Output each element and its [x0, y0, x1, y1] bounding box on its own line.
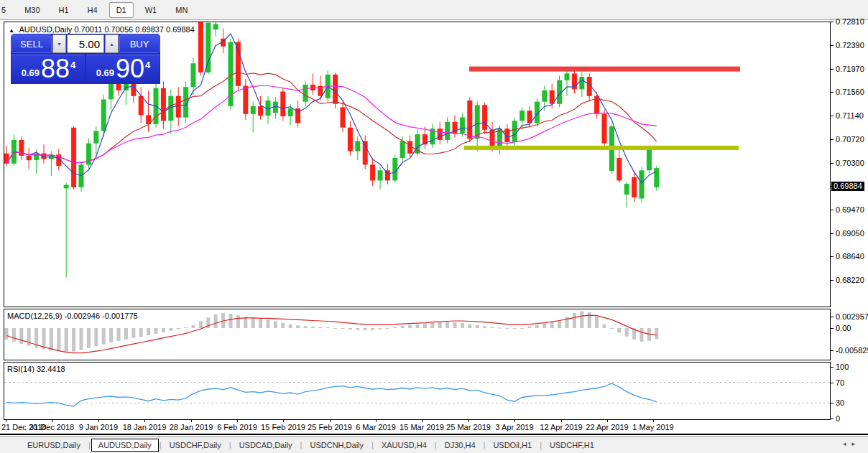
- tab-dj30-h4[interactable]: DJ30,H4: [438, 439, 483, 452]
- sell-button[interactable]: SELL: [11, 34, 52, 53]
- timeframe-button-5[interactable]: 5: [0, 2, 13, 18]
- volume-input[interactable]: [67, 34, 104, 53]
- macd-label: MACD(12,26,9) -0.002946 -0.001775: [7, 312, 138, 320]
- date-tick: [330, 420, 331, 422]
- price-axis-label: 0.70300: [836, 159, 864, 167]
- tab-usdchf-h1[interactable]: USDCHF,H1: [542, 439, 601, 452]
- buy-button[interactable]: BUY: [119, 34, 160, 53]
- date-tick: [237, 420, 238, 422]
- buy-price-prefix: 0.69: [96, 67, 114, 78]
- macd-axis-label: -0.005825: [836, 346, 868, 355]
- date-tick: [422, 420, 423, 422]
- volume-increase-button[interactable]: ▲: [105, 34, 119, 53]
- tab-usdcad-daily[interactable]: USDCAD,Daily: [232, 439, 300, 452]
- rsi-indicator-pane[interactable]: RSI(14) 32.4418: [4, 362, 831, 420]
- rsi-axis-label: 70: [836, 378, 844, 387]
- date-tick: [514, 420, 515, 422]
- date-axis-label: 25 Feb 2019: [308, 423, 352, 431]
- date-axis-label: 6 Mar 2019: [356, 423, 396, 431]
- price-tick: [831, 92, 834, 93]
- macd-axis-label: 0.002957: [836, 312, 868, 321]
- tab-separator: |: [484, 441, 486, 449]
- buy-price-big: 90: [116, 56, 144, 82]
- price-axis-label: 0.69050: [836, 229, 864, 238]
- tab-scroll-arrows[interactable]: ◂▸: [843, 440, 861, 447]
- price-axis-label: 0.72810: [836, 17, 864, 26]
- spin-down-icon: ▼: [57, 42, 62, 47]
- date-axis-label: 31 Dec 2018: [29, 423, 74, 431]
- date-tick: [144, 420, 145, 422]
- macd-axis-label: 0.00: [836, 324, 851, 332]
- date-axis-label: 28 Jan 2019: [170, 423, 213, 431]
- date-axis-label: 9 Jan 2019: [79, 423, 118, 431]
- date-tick: [376, 420, 377, 422]
- price-axis-label: 0.68220: [836, 276, 864, 284]
- price-axis-label: 0.71140: [836, 111, 864, 120]
- chart-tab-bar: EURUSD,Daily|AUDUSD,Daily|USDCHF,Daily|U…: [0, 436, 868, 453]
- tab-separator: |: [540, 441, 542, 449]
- price-chart-pane[interactable]: ▲ AUDUSD,Daily 0.70011 0.70056 0.69837 0…: [4, 22, 831, 307]
- date-axis-label: 25 Mar 2019: [446, 423, 491, 431]
- rsi-tick: [831, 383, 834, 383]
- date-tick: [191, 420, 192, 422]
- tab-prev-icon[interactable]: ◂: [843, 440, 852, 447]
- date-axis-label: 1 May 2019: [632, 423, 673, 431]
- tab-separator: |: [435, 441, 437, 449]
- volume-decrease-button[interactable]: ▼: [52, 34, 66, 53]
- price-tick: [831, 139, 834, 140]
- rsi-tick: [831, 367, 834, 368]
- chart-bottom-divider: [0, 434, 868, 435]
- tab-usdcnh-daily[interactable]: USDCNH,Daily: [303, 439, 371, 452]
- price-axis-label: 0.70720: [836, 135, 864, 144]
- date-axis-label: 15 Mar 2019: [400, 423, 444, 431]
- date-axis-label: 15 Feb 2019: [261, 423, 305, 431]
- timeframe-button-m30[interactable]: M30: [17, 2, 47, 18]
- sell-price[interactable]: 0.69 88 4: [11, 55, 85, 83]
- date-tick: [607, 420, 608, 422]
- tab-audusd-daily[interactable]: AUDUSD,Daily: [91, 439, 159, 452]
- date-axis-label: 18 Jan 2019: [123, 423, 167, 431]
- date-tick: [561, 420, 562, 422]
- date-axis-label: 22 Apr 2019: [586, 423, 628, 431]
- date-tick: [283, 420, 284, 422]
- tab-separator: |: [371, 441, 374, 449]
- date-tick: [6, 420, 6, 422]
- tab-usdoil-h1[interactable]: USDOil,H1: [486, 439, 539, 452]
- price-axis-label: 0.71970: [836, 65, 864, 73]
- price-tick: [831, 210, 834, 210]
- trade-panel: SELL ▼ ▲ BUY 0.69 88 4 0.69 90 4: [11, 34, 160, 84]
- timeframe-button-w1[interactable]: W1: [138, 2, 165, 18]
- macd-tick: [831, 350, 834, 351]
- timeframe-button-d1[interactable]: D1: [109, 2, 134, 18]
- price-axis-label: 0.68640: [836, 252, 864, 261]
- timeframe-button-mn[interactable]: MN: [168, 2, 195, 18]
- collapse-arrow-icon: ▲: [9, 27, 14, 34]
- tab-next-icon[interactable]: ▸: [851, 440, 861, 447]
- tab-separator: |: [229, 441, 231, 449]
- price-tick: [831, 69, 834, 70]
- date-axis-label: 3 Apr 2019: [495, 423, 533, 431]
- price-axis-label: 0.71560: [836, 88, 864, 96]
- date-tick: [468, 420, 469, 422]
- sell-price-big: 88: [41, 56, 70, 82]
- rsi-tick: [831, 403, 834, 403]
- chart-title: ▲ AUDUSD,Daily 0.70011 0.70056 0.69837 0…: [9, 25, 195, 34]
- macd-tick: [831, 317, 834, 317]
- rsi-tick: [831, 419, 834, 419]
- date-tick: [52, 420, 52, 422]
- tab-usdchf-daily[interactable]: USDCHF,Daily: [162, 439, 228, 452]
- timeframe-toolbar: 5M30H1H4D1W1MN: [0, 0, 868, 20]
- rsi-label: RSI(14) 32.4418: [7, 365, 65, 373]
- tab-xauusd-h4[interactable]: XAUUSD,H4: [374, 439, 434, 452]
- tab-eurusd-daily[interactable]: EURUSD,Daily: [20, 439, 88, 452]
- date-axis-label: 12 Apr 2019: [540, 423, 582, 431]
- timeframe-button-h1[interactable]: H1: [52, 2, 76, 18]
- sell-price-sup: 4: [70, 60, 75, 70]
- timeframe-button-h4[interactable]: H4: [80, 2, 105, 18]
- macd-indicator-pane[interactable]: MACD(12,26,9) -0.002946 -0.001775: [4, 309, 831, 360]
- rsi-chart[interactable]: [4, 363, 830, 419]
- price-axis-label: 0.72390: [836, 41, 864, 50]
- macd-tick: [831, 328, 834, 329]
- buy-price[interactable]: 0.69 90 4: [86, 55, 160, 83]
- chart-symbol: AUDUSD,Daily: [19, 25, 72, 34]
